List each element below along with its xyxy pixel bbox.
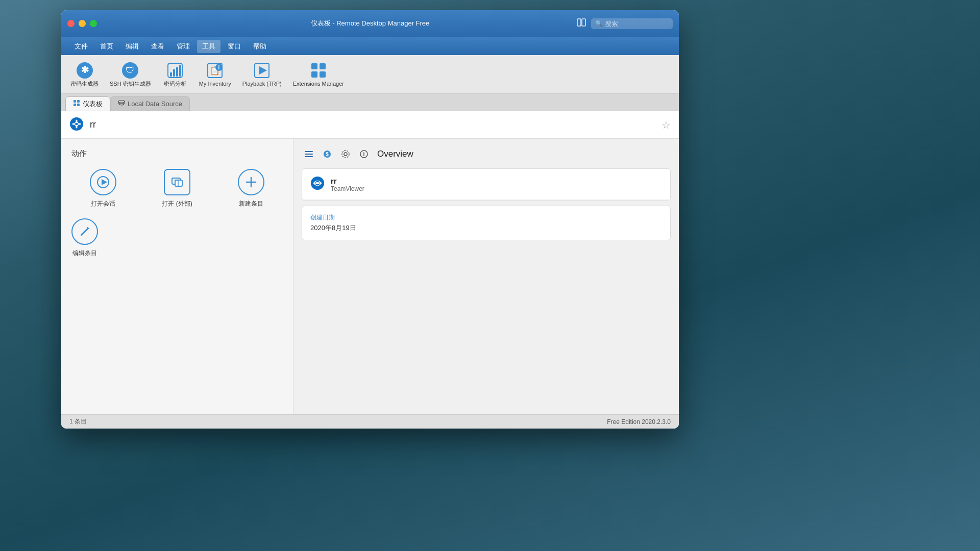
actions-title: 动作	[71, 149, 283, 159]
password-gen-icon: ✱	[76, 61, 94, 80]
entry-card-subtitle: TeamViewer	[331, 185, 364, 192]
maximize-button[interactable]	[90, 20, 97, 27]
password-gen-label: 密码生成器	[70, 81, 99, 87]
svg-rect-19	[311, 71, 317, 78]
search-icon: 🔍	[595, 20, 603, 27]
svg-rect-10	[179, 65, 181, 77]
search-box[interactable]: 🔍	[591, 18, 673, 29]
created-date-label: 创建日期	[310, 213, 662, 222]
svg-rect-8	[173, 69, 175, 77]
playback-trp-icon	[253, 61, 271, 80]
svg-text:🛡: 🛡	[126, 65, 135, 76]
dashboard-tab-icon	[73, 99, 80, 108]
statusbar: 1 条目 Free Edition 2020.2.3.0	[61, 414, 679, 429]
minimize-button[interactable]	[79, 20, 86, 27]
entry-card-text: rr TeamViewer	[331, 177, 364, 192]
password-analysis-icon	[166, 61, 184, 80]
password-analysis-label: 密码分析	[164, 81, 186, 87]
tabs-bar: 仪表板 Local Data Source	[61, 94, 679, 111]
svg-rect-24	[77, 104, 80, 106]
window-controls	[67, 20, 97, 27]
edit-entry-icon	[71, 218, 98, 245]
menu-edit[interactable]: 编辑	[120, 40, 144, 53]
my-inventory-icon: 📋 i	[206, 61, 224, 80]
ssh-keygen-label: SSH 密钥生成器	[110, 81, 151, 87]
edition-label: Free Edition 2020.2.3.0	[607, 418, 671, 425]
titlebar: 仪表板 - Remote Desktop Manager Free 🔍	[61, 10, 679, 37]
svg-rect-7	[170, 72, 172, 77]
menu-home[interactable]: 首页	[95, 40, 118, 53]
edit-entry-label: 编辑条目	[72, 249, 97, 258]
menu-manage[interactable]: 管理	[172, 40, 195, 53]
password-analysis-button[interactable]: 密码分析	[157, 58, 193, 90]
menu-help[interactable]: 帮助	[248, 40, 272, 53]
my-inventory-label: My Inventory	[199, 81, 231, 87]
split-pane: 动作 打开会话	[61, 139, 679, 414]
svg-marker-30	[102, 179, 107, 185]
entry-card-header: rr TeamViewer	[302, 169, 670, 200]
close-button[interactable]	[67, 20, 75, 27]
extensions-manager-icon	[309, 61, 328, 80]
entry-name: rr	[90, 119, 96, 130]
svg-rect-1	[582, 19, 585, 26]
svg-marker-16	[259, 66, 267, 74]
svg-rect-9	[176, 67, 178, 77]
svg-rect-21	[74, 100, 76, 103]
svg-rect-0	[577, 19, 581, 26]
ssh-keygen-button[interactable]: 🛡 SSH 密钥生成器	[105, 58, 156, 90]
main-window: 仪表板 - Remote Desktop Manager Free 🔍 文件 首…	[61, 10, 679, 429]
left-panel: 动作 打开会话	[61, 139, 293, 414]
entry-header-icon	[69, 117, 84, 133]
menubar: 文件 首页 编辑 查看 管理 工具 窗口 帮助	[61, 37, 679, 55]
local-data-tab-icon	[118, 99, 125, 108]
items-count: 1 条目	[69, 417, 87, 426]
menu-file[interactable]: 文件	[69, 40, 93, 53]
menu-view[interactable]: 查看	[146, 40, 169, 53]
tab-local-data[interactable]: Local Data Source	[110, 96, 190, 111]
star-button[interactable]: ☆	[662, 119, 671, 131]
password-gen-button[interactable]: ✱ 密码生成器	[65, 58, 104, 90]
svg-rect-20	[320, 71, 326, 78]
tab-dashboard[interactable]: 仪表板	[65, 96, 110, 111]
overview-list-tab[interactable]	[302, 147, 316, 161]
overview-tabs: $ i Overvie	[302, 147, 671, 161]
svg-point-43	[342, 151, 349, 158]
open-session-button[interactable]: 打开会话	[71, 169, 135, 208]
new-entry-button[interactable]: 新建条目	[219, 169, 283, 208]
menu-window[interactable]: 窗口	[223, 40, 246, 53]
tab-dashboard-label: 仪表板	[83, 99, 103, 109]
playback-trp-label: Playback (TRP)	[242, 81, 282, 87]
search-input[interactable]	[605, 20, 666, 28]
svg-text:$: $	[326, 152, 329, 157]
new-entry-icon	[238, 169, 264, 195]
titlebar-icons: 🔍	[577, 18, 673, 29]
svg-rect-17	[311, 63, 317, 69]
my-inventory-button[interactable]: 📋 i My Inventory	[194, 58, 236, 90]
overview-gear-tab[interactable]	[338, 147, 353, 161]
entry-card-title: rr	[331, 177, 364, 185]
main-content: rr ☆ 动作 打开会话	[61, 111, 679, 429]
actions-grid: 打开会话 打开 (外部)	[71, 169, 283, 208]
created-date-value: 2020年8月19日	[310, 223, 662, 233]
open-external-button[interactable]: 打开 (外部)	[145, 169, 209, 208]
playback-trp-button[interactable]: Playback (TRP)	[237, 58, 287, 90]
svg-point-25	[118, 101, 125, 103]
extensions-manager-button[interactable]: Extensions Manager	[288, 58, 349, 90]
toolbar: ✱ 密码生成器 🛡 SSH 密钥生成器	[61, 55, 679, 94]
overview-info-tab[interactable]: i	[357, 147, 371, 161]
ssh-keygen-icon: 🛡	[121, 61, 139, 80]
tab-local-data-label: Local Data Source	[128, 100, 182, 108]
panel-toggle-button[interactable]	[577, 18, 586, 29]
date-card-body: 创建日期 2020年8月19日	[302, 206, 670, 240]
open-external-label: 打开 (外部)	[162, 199, 192, 208]
actions-row2: 编辑条目	[71, 218, 283, 258]
entry-card-icon	[310, 176, 325, 192]
svg-text:✱: ✱	[81, 65, 88, 75]
edit-entry-button[interactable]: 编辑条目	[71, 218, 98, 258]
overview-dollar-tab[interactable]: $	[320, 147, 334, 161]
svg-rect-18	[320, 63, 326, 69]
open-session-icon	[90, 169, 116, 195]
overview-title: Overview	[377, 149, 413, 159]
right-panel: $ i Overvie	[293, 139, 679, 414]
menu-tools[interactable]: 工具	[197, 40, 220, 53]
